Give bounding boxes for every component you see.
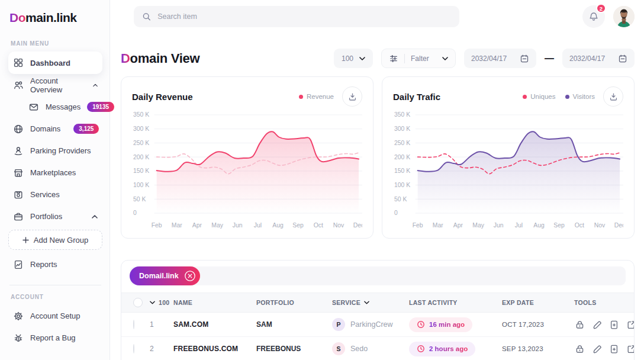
sidebar-item-services[interactable]: Services — [8, 184, 102, 205]
svg-text:May: May — [472, 222, 484, 229]
chart-title: Daily Revenue — [132, 92, 193, 102]
exp-date-header: EXP DATE — [502, 299, 574, 306]
svg-text:100 K: 100 K — [394, 182, 410, 188]
domains-table: Domail.link 100 NAME PORTFOLIO SERVICE L… — [121, 260, 635, 360]
portfolio-name: SAM — [256, 320, 332, 329]
daily-trafic-card: Daily Trafic UniquesVisitors 350 K300 K2… — [382, 76, 635, 239]
sidebar-item-parking-providers[interactable]: Parking Providers — [8, 140, 102, 162]
chart-title: Daily Trafic — [393, 92, 440, 102]
table-header-row: 100 NAME PORTFOLIO SERVICE LAST ACTIVITY… — [121, 292, 634, 313]
export-icon[interactable] — [626, 343, 635, 354]
sidebar-item-marketplaces[interactable]: Marketplaces — [8, 162, 102, 184]
portfolio-header: PORTFOLIO — [256, 299, 332, 306]
count-header[interactable]: 100 — [150, 299, 173, 306]
sidebar-item-domains[interactable]: Domains 3,125 — [8, 118, 102, 140]
download-button[interactable] — [603, 86, 623, 107]
filter-dropdown[interactable]: Falter — [381, 49, 456, 68]
app-logo: Domain.link — [9, 11, 102, 25]
sidebar-item-label: Account Setup — [30, 311, 80, 320]
avatar[interactable] — [613, 6, 635, 27]
filter-tag-strip: Domail.link — [130, 266, 626, 285]
row-number: 1 — [150, 320, 173, 329]
grid-icon — [13, 57, 24, 68]
gear-icon — [13, 311, 24, 322]
main-menu-label: MAIN MENU — [11, 40, 102, 47]
svg-text:Oct: Oct — [575, 222, 584, 229]
domain-name[interactable]: SAM.COM — [173, 320, 256, 329]
service-cell: S Sedo — [332, 342, 409, 355]
svg-text:Mar: Mar — [172, 222, 182, 229]
page-size-dropdown[interactable]: 100 — [334, 49, 373, 68]
svg-text:Apr: Apr — [453, 222, 463, 229]
lock-icon[interactable] — [574, 319, 585, 330]
sidebar-item-reports[interactable]: Reports — [8, 253, 102, 275]
svg-text:Nov: Nov — [333, 222, 344, 229]
export-icon[interactable] — [626, 319, 635, 330]
filter-label: Falter — [411, 54, 429, 63]
svg-text:Aug: Aug — [533, 222, 545, 229]
service-name: Sedo — [350, 345, 368, 353]
svg-text:Sep: Sep — [292, 222, 304, 229]
remove-tag-icon[interactable] — [183, 269, 197, 282]
chart-legend: UniquesVisitors — [523, 93, 595, 100]
download-button[interactable] — [342, 86, 362, 107]
sidebar-item-report-bug[interactable]: Report a Bug — [8, 327, 102, 349]
service-cell: P ParkingCrew — [332, 318, 409, 331]
row-checkbox[interactable] — [133, 320, 134, 329]
svg-text:Mar: Mar — [433, 222, 443, 229]
search-input[interactable] — [157, 12, 451, 21]
filter-tag[interactable]: Domail.link — [130, 266, 200, 285]
sidebar: Domain.link MAIN MENU Dashboard Account … — [0, 0, 110, 360]
svg-text:50 K: 50 K — [394, 196, 407, 202]
edit-icon[interactable] — [591, 343, 602, 354]
services-icon — [13, 189, 24, 200]
sidebar-item-account-overview[interactable]: Account Overview — [8, 74, 102, 96]
file-add-icon[interactable] — [608, 319, 619, 330]
legend-dot — [299, 95, 303, 99]
svg-text:350 K: 350 K — [133, 111, 149, 118]
page-title-prefix: D — [121, 51, 130, 66]
notification-count-badge: 2 — [596, 4, 606, 13]
select-all-checkbox[interactable] — [133, 298, 143, 307]
sidebar-item-account-setup[interactable]: Account Setup — [8, 305, 102, 327]
page-size-value: 100 — [342, 54, 353, 63]
date-to-picker[interactable]: 2032/04/17 — [562, 49, 635, 68]
calendar-icon — [618, 54, 627, 63]
lock-icon[interactable] — [574, 343, 585, 354]
notifications-button[interactable]: 2 — [582, 5, 605, 28]
service-header-label: SERVICE — [332, 299, 360, 306]
date-from-picker[interactable]: 2032/04/17 — [464, 49, 536, 68]
sidebar-item-label: Marketplaces — [30, 168, 76, 177]
domain-name[interactable]: FREEBONUS.COM — [173, 345, 256, 353]
svg-text:Dec: Dec — [614, 222, 623, 229]
users-icon — [13, 80, 24, 91]
service-header[interactable]: SERVICE — [332, 299, 409, 306]
chart-legend: Revenue — [299, 93, 334, 100]
row-checkbox[interactable] — [133, 344, 134, 353]
sidebar-item-portfolios[interactable]: Portfolios — [8, 205, 102, 227]
svg-text:May: May — [211, 222, 223, 229]
svg-text:300 K: 300 K — [394, 126, 410, 132]
legend-label: Uniques — [530, 93, 555, 100]
search-icon — [142, 12, 152, 22]
svg-text:300 K: 300 K — [133, 126, 149, 132]
svg-text:Oct: Oct — [314, 222, 323, 229]
edit-icon[interactable] — [591, 319, 602, 330]
svg-text:0: 0 — [394, 210, 398, 216]
table-row: 2 FREEBONUS.COM FREEBONUS S Sedo 2 hours… — [121, 337, 634, 360]
mail-icon — [28, 102, 39, 112]
chevron-down-icon — [150, 301, 155, 304]
sidebar-item-dashboard[interactable]: Dashboard — [8, 52, 102, 74]
svg-text:150 K: 150 K — [133, 168, 149, 174]
briefcase-icon — [13, 211, 24, 222]
chevron-down-icon — [364, 301, 369, 304]
file-add-icon[interactable] — [608, 343, 619, 354]
svg-text:50 K: 50 K — [133, 196, 146, 202]
svg-text:200 K: 200 K — [133, 154, 149, 160]
topbar: 2 — [110, 0, 644, 33]
sidebar-item-messages[interactable]: Messages 19135 — [24, 96, 102, 118]
last-activity-text: 2 hours ago — [429, 345, 468, 352]
legend-item: Revenue — [299, 93, 334, 100]
service-initial-badge: P — [332, 318, 345, 331]
add-new-group-button[interactable]: Add New Group — [8, 230, 102, 250]
